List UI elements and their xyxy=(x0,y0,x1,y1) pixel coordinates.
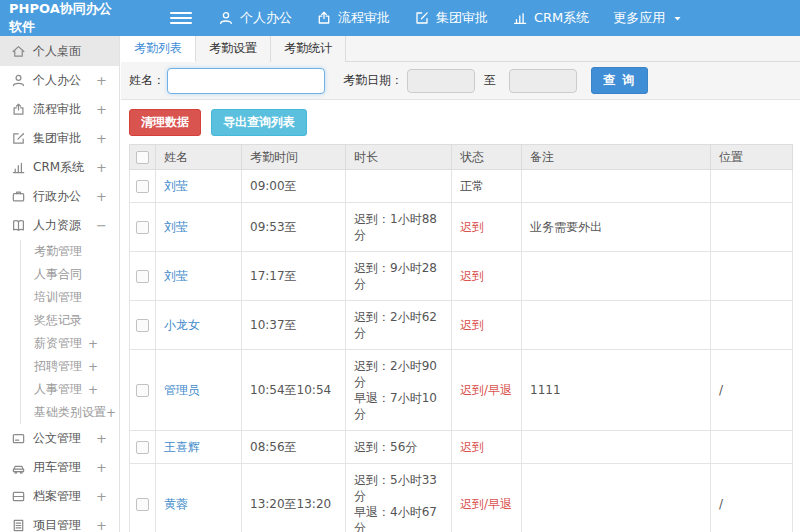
sidebar-item[interactable]: 流程审批+ xyxy=(0,95,119,124)
nav-item-1[interactable]: 个人办公 xyxy=(218,9,292,27)
tab-考勤统计[interactable]: 考勤统计 xyxy=(271,36,346,62)
status-badge: 迟到 xyxy=(460,269,484,283)
expand-toggle-icon: − xyxy=(96,218,107,233)
sidebar-item-label: 行政办公 xyxy=(33,188,96,205)
cell-name: 刘莹 xyxy=(156,252,242,301)
sidebar-subitem-label: 人事管理 xyxy=(34,381,88,398)
row-checkbox[interactable] xyxy=(136,221,149,234)
row-checkbox-cell xyxy=(130,203,156,252)
row-checkbox[interactable] xyxy=(136,270,149,283)
employee-name-link[interactable]: 刘莹 xyxy=(164,179,188,193)
tab-考勤列表[interactable]: 考勤列表 xyxy=(121,36,196,62)
sidebar-item[interactable]: 人力资源− xyxy=(0,211,119,240)
cell-duration: 迟到：1小时88分 xyxy=(346,203,452,252)
sidebar-item[interactable]: 个人桌面 xyxy=(0,36,119,66)
sidebar-subitem[interactable]: 招聘管理+ xyxy=(21,355,119,378)
row-checkbox-cell xyxy=(130,431,156,464)
sidebar-item[interactable]: 个人办公+ xyxy=(0,66,119,95)
chart-icon xyxy=(512,10,528,26)
expand-toggle-icon: + xyxy=(96,102,107,117)
select-all-checkbox-cell xyxy=(130,145,156,170)
search-button[interactable]: 查 询 xyxy=(591,67,648,94)
archive-icon xyxy=(11,489,26,504)
name-filter-input[interactable] xyxy=(167,68,325,94)
employee-name-link[interactable]: 管理员 xyxy=(164,383,200,397)
nav-item-label: 个人办公 xyxy=(240,9,292,27)
sidebar-subitem[interactable]: 人事管理+ xyxy=(21,378,119,401)
nav-item-5[interactable]: 更多应用 xyxy=(613,9,684,27)
sidebar-subitem[interactable]: 人事合同 xyxy=(21,263,119,286)
cell-duration: 迟到：2小时90分 早退：7小时10分 xyxy=(346,350,452,431)
sidebar-subitem[interactable]: 培训管理 xyxy=(21,286,119,309)
sidebar-item-label: 人力资源 xyxy=(33,217,96,234)
sidebar-item[interactable]: 档案管理+ xyxy=(0,482,119,511)
sidebar: 个人桌面个人办公+流程审批+集团审批+CRM系统+行政办公+人力资源−考勤管理人… xyxy=(0,36,120,532)
nav-item-2[interactable]: 流程审批 xyxy=(316,9,390,27)
tab-strip: 考勤列表考勤设置考勤统计 xyxy=(121,36,800,62)
cell-duration: 迟到：9小时28分 xyxy=(346,252,452,301)
sidebar-subitem-label: 薪资管理 xyxy=(34,335,88,352)
hamburger-menu-icon[interactable] xyxy=(170,12,192,24)
select-all-checkbox[interactable] xyxy=(136,151,149,164)
clean-data-button[interactable]: 清理数据 xyxy=(129,109,201,136)
briefcase-icon xyxy=(11,189,26,204)
sidebar-subitem[interactable]: 考勤管理 xyxy=(21,240,119,263)
expand-toggle-icon: + xyxy=(96,73,107,88)
cell-name: 刘莹 xyxy=(156,203,242,252)
nav-item-label: 更多应用 xyxy=(613,9,665,27)
status-badge: 迟到/早退 xyxy=(460,497,512,511)
cell-name: 管理员 xyxy=(156,350,242,431)
row-checkbox[interactable] xyxy=(136,180,149,193)
sidebar-subitem[interactable]: 奖惩记录 xyxy=(21,309,119,332)
sidebar-item[interactable]: CRM系统+ xyxy=(0,153,119,182)
cell-remark xyxy=(522,464,711,532)
edit-icon xyxy=(414,10,430,26)
nav-item-4[interactable]: CRM系统 xyxy=(512,9,589,27)
cell-status: 迟到/早退 xyxy=(452,464,522,532)
sidebar-item[interactable]: 集团审批+ xyxy=(0,124,119,153)
tab-考勤设置[interactable]: 考勤设置 xyxy=(196,36,271,62)
expand-toggle-icon: + xyxy=(96,460,107,475)
sidebar-item-label: 档案管理 xyxy=(33,488,96,505)
nav-item-3[interactable]: 集团审批 xyxy=(414,9,488,27)
employee-name-link[interactable]: 小龙女 xyxy=(164,318,200,332)
expand-toggle-icon: + xyxy=(96,518,107,532)
cell-remark xyxy=(522,431,711,464)
column-header: 姓名 xyxy=(156,145,242,170)
cell-location xyxy=(711,170,793,203)
cell-location xyxy=(711,252,793,301)
sidebar-item[interactable]: 用车管理+ xyxy=(0,453,119,482)
cell-remark xyxy=(522,252,711,301)
sidebar-item-label: CRM系统 xyxy=(33,159,96,176)
row-checkbox[interactable] xyxy=(136,441,149,454)
main-content: 考勤列表考勤设置考勤统计 姓名： 考勤日期： 至 查 询 清理数据 导出查询列表… xyxy=(121,36,800,532)
cell-duration xyxy=(346,170,452,203)
date-from-input[interactable] xyxy=(407,69,475,93)
expand-toggle-icon: + xyxy=(96,431,107,446)
employee-name-link[interactable]: 刘莹 xyxy=(164,220,188,234)
sidebar-item[interactable]: 公文管理+ xyxy=(0,424,119,453)
employee-name-link[interactable]: 王喜辉 xyxy=(164,440,200,454)
column-header: 备注 xyxy=(522,145,711,170)
cell-location xyxy=(711,203,793,252)
export-list-button[interactable]: 导出查询列表 xyxy=(211,109,307,136)
employee-name-link[interactable]: 黄蓉 xyxy=(164,497,188,511)
car-icon xyxy=(11,460,26,475)
sidebar-item[interactable]: 项目管理+ xyxy=(0,511,119,532)
cell-name: 小龙女 xyxy=(156,301,242,350)
cell-location: / xyxy=(711,350,793,431)
expand-toggle-icon: + xyxy=(88,337,98,351)
user-icon xyxy=(218,10,234,26)
employee-name-link[interactable]: 刘莹 xyxy=(164,269,188,283)
sidebar-subitem[interactable]: 薪资管理+ xyxy=(21,332,119,355)
sidebar-item[interactable]: 行政办公+ xyxy=(0,182,119,211)
row-checkbox[interactable] xyxy=(136,498,149,511)
sidebar-submenu: 考勤管理人事合同培训管理奖惩记录薪资管理+招聘管理+人事管理+基础类别设置+ xyxy=(20,240,119,424)
sidebar-subitem[interactable]: 基础类别设置+ xyxy=(21,401,119,424)
row-checkbox[interactable] xyxy=(136,319,149,332)
cell-status: 迟到 xyxy=(452,203,522,252)
share-icon xyxy=(11,102,26,117)
status-badge: 迟到 xyxy=(460,440,484,454)
row-checkbox[interactable] xyxy=(136,384,149,397)
date-to-input[interactable] xyxy=(509,69,577,93)
